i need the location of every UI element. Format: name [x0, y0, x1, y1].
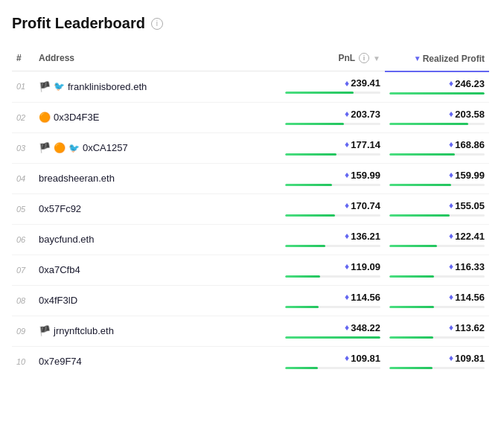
eth-symbol-rp: ♦: [449, 200, 453, 211]
realized-profit-cell: ♦ 122.41: [385, 224, 489, 255]
pnl-value: ♦ 177.14: [285, 139, 380, 150]
eth-symbol-pnl: ♦: [345, 200, 349, 211]
address-cell[interactable]: 🏴🐦franklinisbored.eth: [34, 71, 281, 103]
pnl-cell: ♦ 348.22: [281, 316, 385, 346]
address-cell[interactable]: 🟠0x3D4F3E: [34, 102, 281, 132]
col-realized-profit[interactable]: ▼ Realized Profit: [385, 47, 489, 71]
rp-bar-container: [389, 214, 485, 217]
eth-symbol-rp: ♦: [449, 231, 453, 241]
pnl-cell: ♦ 136.21: [281, 224, 385, 255]
address-cell[interactable]: 0xa7Cfb4: [34, 255, 281, 285]
pnl-amount: 119.09: [351, 261, 380, 272]
rp-bar-container: [389, 184, 485, 186]
rank-cell: 02: [12, 102, 34, 132]
rp-bar: [389, 184, 451, 186]
rp-bar: [389, 306, 434, 308]
address-cell[interactable]: 0x7e9F74: [34, 346, 281, 377]
rp-value: ♦ 114.56: [389, 292, 485, 303]
table-row: 070xa7Cfb4 ♦ 119.09 ♦ 116.33: [12, 255, 489, 285]
address-cell[interactable]: 0x57Fc92: [34, 193, 281, 224]
rp-amount: 113.62: [455, 322, 485, 333]
table-row: 06baycfund.eth ♦ 136.21 ♦ 122.41: [12, 224, 489, 255]
rp-bar: [389, 336, 433, 339]
pnl-bar-container: [285, 184, 380, 186]
address-cell[interactable]: 🏴🟠🐦0xCA1257: [34, 132, 281, 163]
rp-bar-container: [389, 123, 485, 125]
realized-profit-cell: ♦ 114.56: [385, 285, 489, 316]
eth-symbol-rp: ♦: [449, 322, 453, 333]
rp-value: ♦ 203.58: [389, 109, 485, 120]
pnl-bar: [285, 306, 319, 308]
rp-amount: 203.58: [455, 109, 485, 120]
pnl-bar: [285, 214, 335, 217]
pnl-cell: ♦ 177.14: [281, 132, 385, 163]
pnl-bar: [285, 367, 318, 369]
address-text: jrnynftclub.eth: [54, 325, 114, 336]
pnl-value: ♦ 348.22: [285, 322, 380, 333]
address-text: 0xCA1257: [83, 142, 128, 153]
pnl-cell: ♦ 239.41: [281, 71, 385, 103]
header-info-icon[interactable]: i: [151, 18, 163, 30]
eth-symbol-pnl: ♦: [345, 139, 349, 150]
rp-bar: [389, 367, 433, 369]
rp-value: ♦ 116.33: [389, 261, 485, 272]
rp-value: ♦ 122.41: [389, 231, 485, 242]
table-row: 080x4fF3lD ♦ 114.56 ♦ 114.56: [12, 285, 489, 316]
pnl-amount: 159.99: [351, 170, 380, 181]
rp-value: ♦ 246.23: [389, 78, 485, 89]
rp-amount: 246.23: [455, 78, 485, 89]
pnl-sort-icon: ▼: [373, 54, 380, 63]
rp-bar-container: [389, 275, 485, 278]
address-cell[interactable]: baycfund.eth: [34, 224, 281, 255]
eth-symbol-pnl: ♦: [345, 109, 349, 119]
table-row: 01🏴🐦franklinisbored.eth ♦ 239.41 ♦ 246.2…: [12, 71, 489, 103]
eth-symbol-pnl: ♦: [345, 170, 349, 180]
rank-cell: 10: [12, 346, 34, 377]
rp-bar-container: [389, 367, 485, 369]
realized-profit-cell: ♦ 168.86: [385, 132, 489, 163]
twitter-icon: 🐦: [54, 81, 65, 92]
pnl-info-icon[interactable]: i: [359, 53, 369, 63]
address-cell[interactable]: 0x4fF3lD: [34, 285, 281, 316]
col-pnl[interactable]: PnL i ▼: [281, 47, 385, 71]
pnl-bar-container: [285, 123, 380, 125]
address-text: 0x57Fc92: [39, 203, 81, 214]
realized-profit-cell: ♦ 246.23: [385, 71, 489, 103]
pnl-cell: ♦ 159.99: [281, 163, 385, 193]
eth-symbol-pnl: ♦: [345, 78, 349, 89]
rp-amount: 116.33: [455, 261, 485, 272]
address-cell[interactable]: breadsheeran.eth: [34, 163, 281, 193]
pnl-bar-container: [285, 336, 380, 339]
eth-symbol-rp: ♦: [449, 139, 453, 150]
rank-cell: 08: [12, 285, 34, 316]
rank-cell: 03: [12, 132, 34, 163]
eth-symbol-rp: ♦: [449, 170, 453, 180]
pnl-value: ♦ 109.81: [285, 353, 380, 364]
rank-cell: 04: [12, 163, 34, 193]
rank-cell: 01: [12, 71, 34, 103]
pnl-bar: [285, 153, 336, 156]
rp-bar: [389, 153, 455, 156]
address-cell[interactable]: 🏴jrnynftclub.eth: [34, 316, 281, 346]
pnl-amount: 170.74: [351, 200, 380, 211]
eth-symbol-pnl: ♦: [345, 292, 349, 302]
rp-bar-container: [389, 306, 485, 308]
rp-bar-container: [389, 336, 485, 339]
pnl-value: ♦ 136.21: [285, 231, 380, 242]
rp-value: ♦ 159.99: [389, 170, 485, 181]
realized-profit-cell: ♦ 113.62: [385, 316, 489, 346]
rp-value: ♦ 113.62: [389, 322, 485, 333]
pnl-value: ♦ 170.74: [285, 200, 380, 211]
rp-amount: 155.05: [455, 200, 485, 211]
rp-bar-container: [389, 92, 485, 95]
pnl-amount: 177.14: [351, 139, 380, 150]
pnl-amount: 239.41: [351, 77, 380, 89]
rp-bar-container: [389, 153, 485, 156]
rp-bar: [389, 245, 437, 247]
pnl-amount: 348.22: [351, 322, 380, 333]
rp-bar: [389, 275, 434, 278]
rank-cell: 09: [12, 316, 34, 346]
rank-cell: 06: [12, 224, 34, 255]
address-text: franklinisbored.eth: [68, 81, 147, 92]
pnl-value: ♦ 159.99: [285, 170, 380, 181]
